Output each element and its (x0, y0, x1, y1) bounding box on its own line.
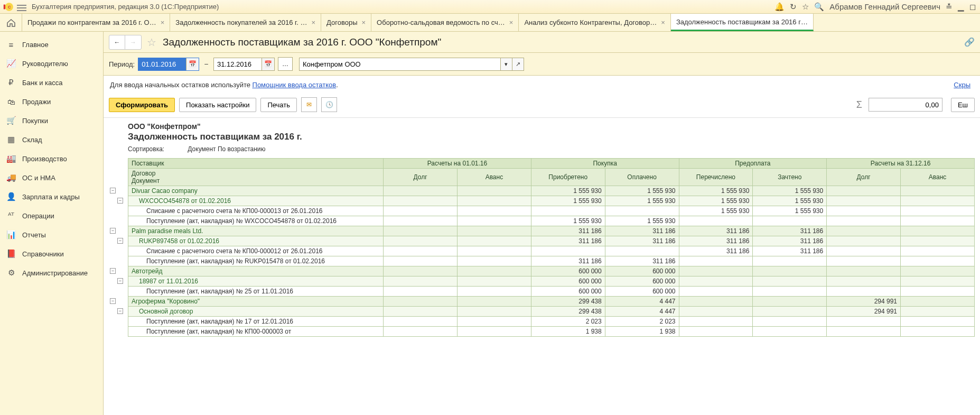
calendar-to-icon[interactable]: 📅 (262, 58, 274, 70)
tab[interactable]: Задолженность покупателей за 2016 г. …× (170, 14, 321, 31)
date-from-input[interactable] (138, 58, 186, 70)
tab[interactable]: Оборотно-сальдовая ведомость по сч…× (371, 14, 519, 31)
star-icon[interactable]: ☆ (802, 2, 809, 12)
toolbar: Сформировать Показать настройки Печать ✉… (104, 94, 980, 118)
row-label: Списание с расчетного счета № КП00-00001… (128, 206, 384, 216)
table-row[interactable]: Поступление (акт, накладная) № 25 от 11.… (128, 287, 975, 297)
settings-lines-icon[interactable]: ≛ (946, 2, 953, 12)
tree-toggle[interactable]: − (110, 188, 116, 193)
row-label: Поступление (акт, накладная) № RUKP01547… (128, 256, 384, 266)
date-to-input[interactable] (214, 58, 262, 70)
print-button[interactable]: Печать (260, 98, 297, 112)
tree-toggle[interactable]: − (110, 268, 116, 274)
back-button[interactable]: ← (109, 35, 125, 49)
sidebar-item[interactable]: ⚙Администрирование (0, 263, 103, 282)
sidebar-item[interactable]: 👤Зарплата и кадры (0, 187, 103, 206)
table-row[interactable]: Автотрейд600 000600 000 (128, 266, 975, 276)
tab[interactable]: Договоры× (321, 14, 371, 31)
info-row: Для ввода начальных остатков используйте… (104, 76, 980, 94)
sidebar-item[interactable]: 📊Отчеты (0, 225, 103, 244)
tree-toggle[interactable]: − (110, 228, 116, 234)
close-icon[interactable]: × (661, 19, 665, 26)
search-icon[interactable]: 🔍 (814, 2, 824, 12)
favorite-star-icon[interactable]: ☆ (147, 36, 156, 49)
tab[interactable]: Продажи по контрагентам за 2016 г. О…× (22, 14, 170, 31)
close-icon[interactable]: × (362, 19, 366, 26)
bell-icon[interactable]: 🔔 (774, 2, 785, 12)
table-row[interactable]: Агроферма "Коровино"299 4384 447294 991 (128, 297, 975, 307)
table-row[interactable]: Списание с расчетного счета № КП00-00001… (128, 206, 975, 216)
minimize-icon[interactable]: ▁ (958, 2, 964, 12)
table-row[interactable]: Divuar Cacao company1 555 9301 555 9301 … (128, 186, 975, 196)
nav-row: ← → ☆ Задолженность поставщикам за 2016 … (104, 32, 980, 53)
sum-field[interactable] (869, 98, 942, 112)
sidebar-item[interactable]: 🛍Продажи (0, 92, 103, 111)
history-icon[interactable]: ↻ (790, 2, 797, 12)
sidebar: ≡Главное📈Руководителю₽Банк и касса🛍Прода… (0, 32, 104, 415)
org-input[interactable] (300, 58, 500, 70)
org-open-icon[interactable]: ↗ (512, 58, 524, 70)
sidebar-icon: 📕 (6, 249, 16, 259)
link-icon[interactable]: 🔗 (964, 37, 975, 47)
row-label: Divuar Cacao company (128, 186, 384, 196)
row-label: 18987 от 11.01.2016 (128, 276, 384, 287)
user-name[interactable]: Абрамов Геннадий Сергеевич (829, 2, 940, 11)
forward-button[interactable]: → (125, 35, 141, 49)
more-button[interactable]: Еш (951, 98, 975, 112)
mail-icon[interactable]: ✉ (301, 97, 317, 112)
tree-toggle[interactable]: − (117, 198, 123, 204)
table-row[interactable]: Поступление (акт, накладная) № RUKP01547… (128, 256, 975, 266)
close-icon[interactable]: × (311, 19, 315, 26)
sidebar-item[interactable]: 🛒Покупки (0, 111, 103, 130)
sort-value: Документ По возрастанию (188, 145, 265, 153)
row-label: Поступление (акт, накладная) № КП00-0000… (128, 327, 384, 337)
period-select-button[interactable]: … (278, 57, 293, 71)
close-icon[interactable]: × (161, 19, 165, 26)
table-row[interactable]: Поступление (акт, накладная) № 17 от 12.… (128, 317, 975, 327)
close-icon[interactable]: × (509, 19, 514, 26)
table-row[interactable]: Поступление (акт, накладная) № КП00-0000… (128, 327, 975, 337)
sidebar-item[interactable]: 🚚ОС и НМА (0, 168, 103, 187)
sidebar-item[interactable]: 📈Руководителю (0, 54, 103, 73)
tab[interactable]: Анализ субконто Контрагенты, Договор…× (519, 14, 670, 31)
sidebar-item[interactable]: ▦Склад (0, 130, 103, 149)
sidebar-icon: 📈 (6, 59, 16, 68)
sidebar-item[interactable]: ᴬᵀОперации (0, 206, 103, 225)
sidebar-icon: 🚚 (6, 173, 16, 182)
org-dropdown-icon[interactable]: ▾ (500, 58, 512, 70)
tree-toggle[interactable]: − (117, 238, 123, 244)
calendar-from-icon[interactable]: 📅 (186, 58, 199, 70)
table-row[interactable]: Palm paradise meals Ltd.311 186311 18631… (128, 226, 975, 236)
menu-icon[interactable] (17, 3, 26, 11)
sidebar-item[interactable]: 🏭Производство (0, 149, 103, 168)
sidebar-icon: 🏭 (6, 154, 16, 163)
form-button[interactable]: Сформировать (109, 98, 175, 112)
tree-toggle[interactable]: − (117, 278, 123, 284)
page-title: Задолженность поставщикам за 2016 г. ООО… (163, 36, 441, 48)
sidebar-icon: 🛒 (6, 116, 16, 125)
sidebar-label: Покупки (22, 117, 48, 125)
table-row[interactable]: WXCOCO454878 от 01.02.20161 555 9301 555… (128, 196, 975, 206)
sidebar-item[interactable]: ≡Главное (0, 35, 103, 54)
table-row[interactable]: 18987 от 11.01.2016600 000600 000 (128, 276, 975, 287)
sidebar-label: Зарплата и кадры (22, 193, 80, 201)
tab[interactable]: Задолженность поставщикам за 2016 г… (671, 14, 814, 31)
info-link[interactable]: Помощник ввода остатков (253, 81, 337, 89)
sidebar-icon: 👤 (6, 192, 16, 201)
table-row[interactable]: RUKP897458 от 01.02.2016311 186311 18631… (128, 236, 975, 246)
logo-1c: C (2, 2, 14, 12)
clock-icon[interactable]: 🕓 (321, 97, 337, 112)
topbar: C Бухгалтерия предприятия, редакция 3.0 … (0, 0, 980, 14)
hide-link[interactable]: Скры (954, 81, 970, 89)
tree-toggle[interactable]: − (110, 298, 116, 304)
table-row[interactable]: Списание с расчетного счета № КП00-00001… (128, 246, 975, 256)
table-row[interactable]: Основной договор299 4384 447294 991 (128, 307, 975, 317)
home-tab[interactable] (0, 14, 22, 31)
sidebar-item[interactable]: 📕Справочники (0, 244, 103, 263)
sidebar-icon: 📊 (6, 230, 16, 239)
window-icon[interactable]: ◻ (969, 2, 976, 12)
table-row[interactable]: Поступление (акт, накладная) № WXCOCO454… (128, 216, 975, 226)
sidebar-item[interactable]: ₽Банк и касса (0, 73, 103, 92)
tree-toggle[interactable]: − (117, 308, 123, 314)
show-settings-button[interactable]: Показать настройки (179, 98, 256, 112)
